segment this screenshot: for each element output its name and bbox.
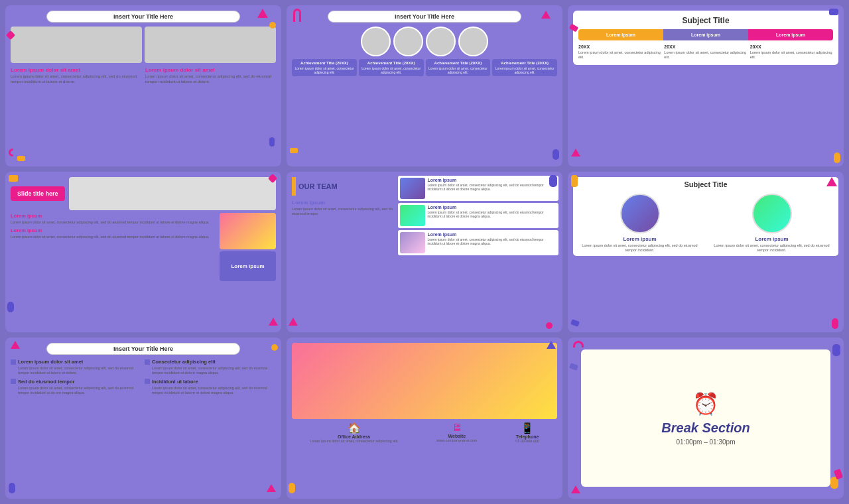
slide7-item3-title: Sed do eiusmod tempor <box>11 379 142 385</box>
deco-tri-6 <box>826 177 837 186</box>
slide6-profile-2: Lorem ipsum Lorem ipsum dolor sit amet, … <box>708 194 835 253</box>
slide8-office-label: Office Address <box>310 434 399 439</box>
slide3-content-box: Subject Title Lorem Ipsum Lorem ipsum Lo… <box>573 11 838 65</box>
slide8-website-icon: 🖥 <box>436 422 477 434</box>
deco-rect-2 <box>290 148 298 153</box>
slide7-title: Insert Your Title Here <box>46 343 239 355</box>
deco-circle-1 <box>269 22 276 29</box>
slide2-achieve-3: Achievement Title (20XX) Lorem ipsum dol… <box>426 59 491 76</box>
slide6-profile-1: Lorem ipsum Lorem ipsum dolor sit amet, … <box>576 194 703 253</box>
slide5-person1-content: Lorem ipsum Lorem ipsum dolor sit amet, … <box>427 178 556 191</box>
slide2-achieve1-title: Achievement Title (20XX) <box>294 61 355 65</box>
slide9-break-title: Break Section <box>661 420 750 436</box>
slide5-person-2: Lorem ipsum Lorem ipsum dolor sit amet, … <box>398 203 558 228</box>
deco-tri-4 <box>269 318 278 326</box>
slide6-profiles: Lorem ipsum Lorem ipsum dolor sit amet, … <box>576 194 835 253</box>
slide3-text2: Lorem ipsum dolor sit amet, consectetur … <box>664 50 747 60</box>
slide5-person3-content: Lorem ipsum Lorem ipsum dolor sit amet, … <box>427 232 556 245</box>
deco-hook-2 <box>293 9 301 22</box>
slide8-main-img <box>292 343 557 419</box>
slide-3: Subject Title Lorem Ipsum Lorem ipsum Lo… <box>568 5 844 166</box>
deco-tri-2 <box>541 11 551 19</box>
deco-triangle-1 <box>257 9 268 18</box>
slide2-achievements: Achievement Title (20XX) Lorem ipsum dol… <box>292 59 557 76</box>
deco-pill-1 <box>269 137 275 147</box>
slide9-white-box: ⏰ Break Section 01:00pm – 01:30pm <box>581 349 830 487</box>
slide2-achieve3-title: Achievement Title (20XX) <box>428 61 489 65</box>
slide6-profile2-text: Lorem ipsum dolor sit amet, consectetur … <box>708 243 835 253</box>
slide6-subject-title: Subject Title <box>576 180 835 188</box>
slide5-left: OUR TEAM Lorem ipsum Lorem ipsum dolor s… <box>287 172 397 333</box>
slide5-section-label: OUR TEAM <box>298 182 338 190</box>
slide4-img-top <box>69 177 276 210</box>
slide7-bullet-1 <box>11 359 16 365</box>
slide2-circles <box>292 27 557 56</box>
slide3-tab-3: Lorem ipsum <box>748 29 833 40</box>
slide6-profile1-text: Lorem ipsum dolor sit amet, consectetur … <box>576 243 703 253</box>
slide4-header: Slide title here <box>5 172 281 213</box>
slide1-col1-title: Lorem ipsum dolor sit amet <box>11 67 141 73</box>
slide7-bullet-3 <box>11 379 16 384</box>
slide5-person-1: Lorem ipsum Lorem ipsum dolor sit amet, … <box>398 176 558 201</box>
deco-tri-9 <box>571 485 580 493</box>
slide4-img-mid <box>220 213 276 249</box>
slide1-images <box>11 27 276 63</box>
slide8-website-label: Website <box>436 434 477 438</box>
slide4-item1-title: Lorem ipsum <box>11 213 217 219</box>
slide2-achieve4-text: Lorem ipsum dolor sit amet, consectetur … <box>494 66 555 74</box>
slide7-item4-text: Lorem ipsum dolor sit amet, consectetur … <box>145 386 276 395</box>
slide1-img-2 <box>145 27 276 63</box>
slide4-left: Lorem ipsum Lorem ipsum dolor sit amet, … <box>11 213 217 281</box>
deco-pill-2 <box>553 149 559 160</box>
slide8-website: 🖥 Website www.companyname.com <box>436 422 477 443</box>
slide7-bullet-4 <box>145 379 150 384</box>
slide5-person2-text: Lorem ipsum dolor sit amet, consectetur … <box>427 210 556 218</box>
slide7-item2-title: Consectetur adipiscing elit <box>145 359 276 365</box>
slide2-achieve3-text: Lorem ipsum dolor sit amet, consectetur … <box>428 66 489 74</box>
slide6-profile1-img <box>620 194 660 233</box>
slide2-circle-1 <box>361 27 391 56</box>
slide6-profile2-name: Lorem ipsum <box>708 236 835 242</box>
slide2-achieve-2: Achievement Title (20XX) Lorem ipsum dol… <box>359 59 424 76</box>
slide1-content: Lorem ipsum dolor sit amet Lorem ipsum d… <box>11 67 276 85</box>
deco-shape-9 <box>569 363 578 371</box>
slide5-lorem-text: Lorem ipsum dolor sit amet, consectetur … <box>292 207 394 216</box>
slide7-items: Lorem ipsum dolor sit amet Lorem ipsum d… <box>11 359 276 395</box>
deco-pill-8 <box>289 483 295 493</box>
slide7-item2-text: Lorem ipsum dolor sit amet, consectetur … <box>145 366 276 375</box>
slide2-achieve-1: Achievement Title (20XX) Lorem ipsum dol… <box>292 59 357 76</box>
slide3-text3: Lorem ipsum dolor sit amet, consectetur … <box>750 50 833 60</box>
slide6-profile2-img <box>752 194 792 233</box>
deco-hook-9 <box>573 341 584 347</box>
slide9-break-time: 01:00pm – 01:30pm <box>677 438 736 446</box>
slide8-office-icon: 🏠 <box>310 422 399 434</box>
slide-7: Insert Your Title Here Lorem ipsum dolor… <box>5 338 281 499</box>
slide5-person1-text: Lorem ipsum dolor sit amet, consectetur … <box>427 183 556 191</box>
slide7-item-2: Consectetur adipiscing elit Lorem ipsum … <box>145 359 276 375</box>
slide2-circle-3 <box>426 27 456 56</box>
slide5-person3-img <box>400 232 425 253</box>
slide1-col1-text: Lorem ipsum dolor sit amet, consectetur … <box>11 74 141 85</box>
slide8-info-row: 🏠 Office Address Lorem ipsum dolor sit a… <box>292 422 557 443</box>
slide8-office: 🏠 Office Address Lorem ipsum dolor sit a… <box>310 422 399 443</box>
slide5-person1-title: Lorem ipsum <box>427 178 556 182</box>
slide5-header: OUR TEAM <box>292 177 394 196</box>
deco-shape-6 <box>570 320 580 328</box>
slide3-tab-1: Lorem Ipsum <box>578 29 663 40</box>
slide3-text1: Lorem ipsum dolor sit amet, consectetur … <box>578 50 661 60</box>
deco-tri-8 <box>547 341 556 349</box>
slide-5: OUR TEAM Lorem ipsum Lorem ipsum dolor s… <box>287 172 562 333</box>
slide3-col3: 20XX Lorem ipsum dolor sit amet, consect… <box>750 44 833 60</box>
slide1-col2-title: Lorem ipsum dolor sit amet <box>145 67 276 73</box>
slide7-item3-text: Lorem ipsum dolor sit amet, consectetur … <box>11 386 142 395</box>
slide7-item1-title: Lorem ipsum dolor sit amet <box>11 359 142 365</box>
slide5-person2-img <box>400 205 425 226</box>
slide2-achieve2-title: Achievement Title (20XX) <box>361 61 422 65</box>
slide3-year1: 20XX <box>578 44 661 49</box>
slide2-circle-2 <box>393 27 423 56</box>
slide3-cols: 20XX Lorem ipsum dolor sit amet, consect… <box>578 44 833 60</box>
deco-tri-5 <box>289 318 298 326</box>
slide2-achieve1-text: Lorem ipsum dolor sit amet, consectetur … <box>294 66 355 74</box>
slide5-person1-img <box>400 178 425 199</box>
slide3-tabs: Lorem Ipsum Lorem ipsum Lorem ipsum <box>578 29 833 40</box>
